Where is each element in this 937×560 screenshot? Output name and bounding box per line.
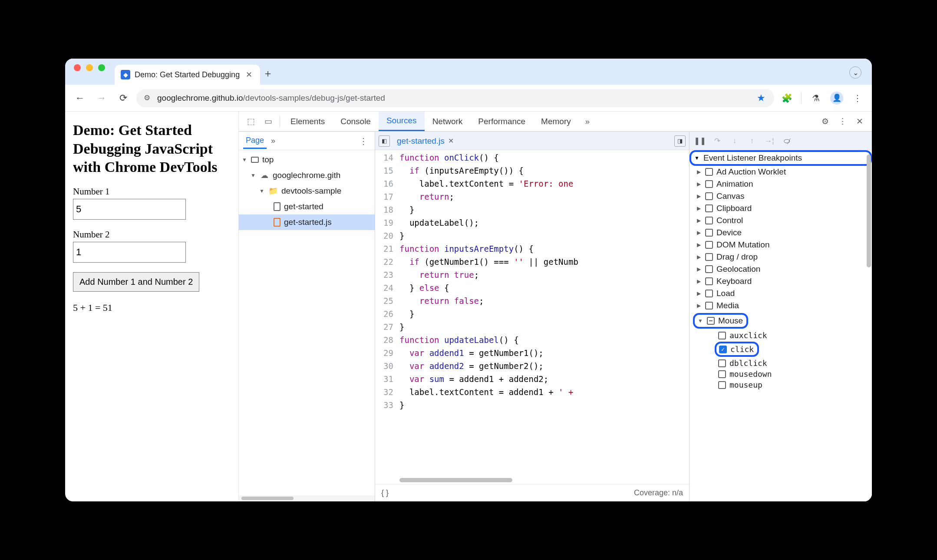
- breakpoint-category-dom-mutation[interactable]: ▶DOM Mutation: [690, 239, 872, 251]
- code-line[interactable]: 31 var sum = addend1 + addend2;: [375, 372, 689, 385]
- maximize-window-button[interactable]: [98, 64, 105, 71]
- line-number[interactable]: 29: [375, 346, 399, 359]
- step-into-button[interactable]: ↓: [729, 135, 741, 147]
- extensions-button[interactable]: 🧩: [779, 90, 795, 106]
- breakpoint-category-device[interactable]: ▶Device: [690, 227, 872, 239]
- profile-button[interactable]: 👤: [828, 90, 845, 106]
- tree-top[interactable]: ▼top: [239, 152, 375, 168]
- code-line[interactable]: 21function inputsAreEmpty() {: [375, 242, 689, 255]
- devtools-tab-network[interactable]: Network: [425, 112, 471, 131]
- number1-input[interactable]: [73, 199, 186, 220]
- line-number[interactable]: 33: [375, 399, 399, 412]
- category-checkbox[interactable]: [705, 168, 713, 176]
- devtools-tab-sources[interactable]: Sources: [379, 112, 425, 131]
- event-checkbox[interactable]: [718, 370, 726, 378]
- number2-input[interactable]: [73, 242, 186, 263]
- line-number[interactable]: 27: [375, 320, 399, 333]
- navigator-page-tab[interactable]: Page: [243, 133, 267, 149]
- navigator-menu-button[interactable]: ⋮: [356, 136, 370, 146]
- category-checkbox[interactable]: [705, 229, 713, 237]
- line-number[interactable]: 31: [375, 372, 399, 385]
- line-number[interactable]: 24: [375, 281, 399, 294]
- event-listener-breakpoints-header[interactable]: ▼Event Listener Breakpoints: [690, 150, 872, 166]
- code-line[interactable]: 22 if (getNumber1() === '' || getNumb: [375, 255, 689, 268]
- event-checkbox[interactable]: [718, 359, 726, 367]
- line-number[interactable]: 30: [375, 359, 399, 372]
- code-view[interactable]: 14function onClick() {15 if (inputsAreEm…: [375, 150, 689, 484]
- debugger-v-scrollbar[interactable]: [867, 155, 871, 267]
- close-tab-button[interactable]: ✕: [244, 70, 254, 79]
- code-line[interactable]: 24 } else {: [375, 281, 689, 294]
- breakpoint-category-load[interactable]: ▶Load: [690, 287, 872, 300]
- toggle-navigator-button[interactable]: ◧: [379, 135, 390, 147]
- devtools-tab-memory[interactable]: Memory: [533, 112, 579, 131]
- menu-button[interactable]: ⋮: [849, 90, 866, 106]
- category-checkbox[interactable]: [705, 290, 713, 297]
- breakpoint-category-media[interactable]: ▶Media: [690, 300, 872, 312]
- breakpoint-event-mouseup[interactable]: mouseup: [690, 379, 872, 390]
- code-line[interactable]: 29 var addend1 = getNumber1();: [375, 346, 689, 359]
- navigator-scrollbar[interactable]: [239, 495, 375, 501]
- breakpoint-category-geolocation[interactable]: ▶Geolocation: [690, 263, 872, 275]
- forward-button[interactable]: →: [93, 89, 110, 107]
- code-line[interactable]: 32 label.textContent = addend1 + ' +: [375, 385, 689, 399]
- event-checkbox[interactable]: ✓: [719, 346, 727, 353]
- line-number[interactable]: 26: [375, 307, 399, 320]
- breakpoint-category-keyboard[interactable]: ▶Keyboard: [690, 275, 872, 287]
- tree-file-html[interactable]: get-started: [239, 199, 375, 214]
- code-line[interactable]: 16 label.textContent = 'Error: one: [375, 177, 689, 190]
- code-line[interactable]: 28function updateLabel() {: [375, 333, 689, 346]
- more-tabs-button[interactable]: »: [579, 113, 596, 130]
- breakpoint-event-auxclick[interactable]: auxclick: [690, 330, 872, 341]
- code-line[interactable]: 18 }: [375, 203, 689, 216]
- line-number[interactable]: 17: [375, 190, 399, 203]
- devtools-settings-button[interactable]: ⚙: [816, 113, 834, 130]
- code-line[interactable]: 23 return true;: [375, 268, 689, 281]
- category-checkbox[interactable]: [705, 217, 713, 224]
- line-number[interactable]: 20: [375, 229, 399, 242]
- step-out-button[interactable]: ↑: [746, 135, 758, 147]
- category-checkbox[interactable]: [707, 317, 715, 325]
- line-number[interactable]: 32: [375, 385, 399, 399]
- code-line[interactable]: 27}: [375, 320, 689, 333]
- new-tab-button[interactable]: ＋: [260, 66, 276, 85]
- category-checkbox[interactable]: [705, 253, 713, 261]
- category-checkbox[interactable]: [705, 180, 713, 188]
- device-toolbar-button[interactable]: ▭: [260, 113, 277, 130]
- close-window-button[interactable]: [74, 64, 81, 71]
- pretty-print-button[interactable]: { }: [381, 488, 389, 497]
- breakpoint-category-control[interactable]: ▶Control: [690, 214, 872, 227]
- code-line[interactable]: 26 }: [375, 307, 689, 320]
- code-line[interactable]: 33}: [375, 399, 689, 412]
- devtools-tab-performance[interactable]: Performance: [470, 112, 533, 131]
- breakpoint-category-clipboard[interactable]: ▶Clipboard: [690, 202, 872, 214]
- add-button[interactable]: Add Number 1 and Number 2: [73, 272, 199, 292]
- editor-h-scrollbar[interactable]: [399, 478, 512, 482]
- category-checkbox[interactable]: [705, 265, 713, 273]
- line-number[interactable]: 21: [375, 242, 399, 255]
- code-line[interactable]: 30 var addend2 = getNumber2();: [375, 359, 689, 372]
- site-info-icon[interactable]: ⚙: [142, 93, 152, 103]
- event-checkbox[interactable]: [718, 381, 726, 389]
- editor-file-tab[interactable]: get-started.js ✕: [394, 136, 456, 146]
- breakpoint-category-ad-auction-worklet[interactable]: ▶Ad Auction Worklet: [690, 166, 872, 178]
- breakpoint-category-drag-drop[interactable]: ▶Drag / drop: [690, 251, 872, 263]
- category-checkbox[interactable]: [705, 204, 713, 212]
- deactivate-breakpoints-button[interactable]: ⬭̸: [781, 135, 793, 147]
- code-line[interactable]: 17 return;: [375, 190, 689, 203]
- devtools-tab-elements[interactable]: Elements: [283, 112, 333, 131]
- code-line[interactable]: 14function onClick() {: [375, 151, 689, 164]
- event-checkbox[interactable]: [718, 332, 726, 339]
- line-number[interactable]: 22: [375, 255, 399, 268]
- tree-file-js[interactable]: get-started.js: [239, 214, 375, 230]
- category-checkbox[interactable]: [705, 192, 713, 200]
- breakpoint-category-canvas[interactable]: ▶Canvas: [690, 190, 872, 202]
- devtools-close-button[interactable]: ✕: [851, 113, 868, 130]
- reload-button[interactable]: ⟳: [115, 89, 132, 107]
- line-number[interactable]: 25: [375, 294, 399, 307]
- category-checkbox[interactable]: [705, 277, 713, 285]
- breakpoint-category-mouse[interactable]: ▼Mouse: [690, 312, 872, 330]
- breakpoint-event-click[interactable]: ✓click: [690, 341, 872, 358]
- breakpoint-event-mousedown[interactable]: mousedown: [690, 369, 872, 379]
- inspect-element-button[interactable]: ⬚: [242, 113, 260, 130]
